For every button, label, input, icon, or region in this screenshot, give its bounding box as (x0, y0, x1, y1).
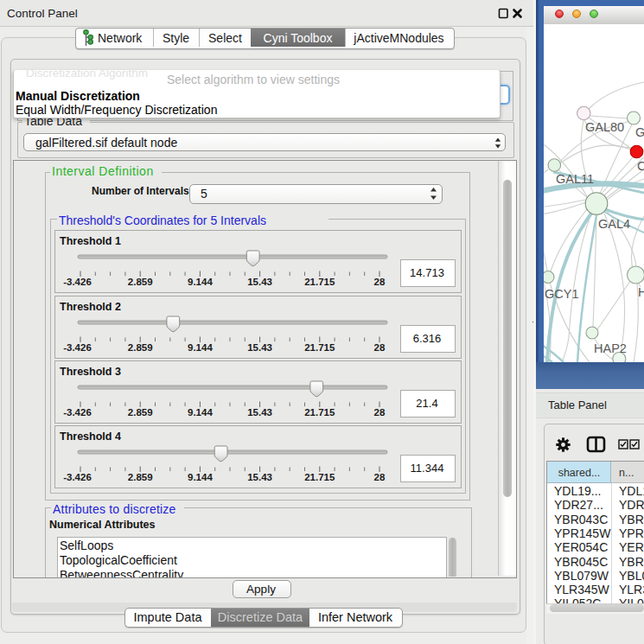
svg-text:28: 28 (374, 407, 386, 418)
svg-text:HI: HI (638, 285, 644, 299)
svg-text:HAP2: HAP2 (594, 341, 627, 355)
svg-text:21.715: 21.715 (304, 407, 335, 418)
svg-text:2.859: 2.859 (128, 407, 153, 418)
svg-text:2.859: 2.859 (128, 342, 153, 353)
svg-text:9.144: 9.144 (188, 407, 213, 418)
svg-text:15.43: 15.43 (247, 277, 272, 287)
svg-text:GAL11: GAL11 (556, 172, 594, 186)
svg-text:9.144: 9.144 (188, 277, 213, 287)
svg-text:9.144: 9.144 (188, 342, 213, 353)
svg-text:-3.426: -3.426 (63, 277, 92, 287)
svg-text:21.715: 21.715 (304, 472, 335, 482)
svg-text:2.859: 2.859 (128, 277, 153, 287)
svg-text:GAL80: GAL80 (585, 120, 624, 134)
svg-text:15.43: 15.43 (247, 342, 272, 353)
svg-text:15.43: 15.43 (247, 472, 272, 482)
svg-text:-3.426: -3.426 (63, 342, 92, 353)
svg-text:15.43: 15.43 (247, 407, 272, 418)
svg-text:21.715: 21.715 (304, 277, 335, 287)
svg-text:2.859: 2.859 (128, 472, 153, 482)
svg-text:-3.426: -3.426 (63, 407, 92, 418)
svg-text:28: 28 (374, 277, 386, 287)
svg-text:9.144: 9.144 (188, 472, 213, 482)
svg-text:CY: CY (637, 159, 644, 173)
svg-text:GAL4: GAL4 (598, 217, 630, 231)
svg-text:-3.426: -3.426 (63, 472, 92, 482)
svg-text:21.715: 21.715 (304, 342, 335, 353)
svg-text:28: 28 (374, 342, 386, 353)
svg-text:28: 28 (374, 472, 386, 482)
svg-text:GCY1: GCY1 (545, 287, 579, 301)
svg-text:GA: GA (635, 125, 644, 139)
